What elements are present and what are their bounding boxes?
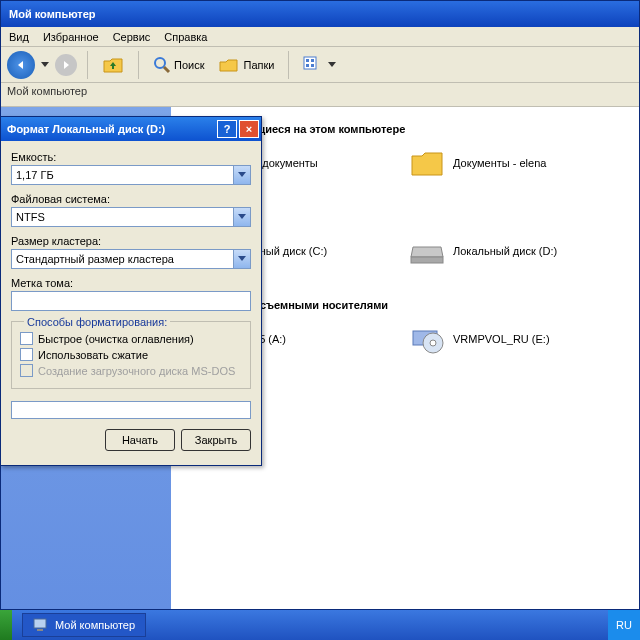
search-label: Поиск (174, 59, 204, 71)
cluster-combo[interactable]: Стандартный размер кластера (11, 249, 251, 269)
address-text: Мой компьютер (7, 85, 87, 97)
svg-point-0 (155, 58, 165, 68)
folders-icon (218, 54, 240, 76)
msdos-row: Создание загрузочного диска MS-DOS (20, 364, 242, 377)
nav-back-button[interactable] (7, 51, 35, 79)
dialog-close-button[interactable]: × (239, 120, 259, 138)
svg-rect-3 (306, 59, 309, 62)
menubar: Вид Избранное Сервис Справка (1, 27, 639, 47)
menu-tools[interactable]: Сервис (113, 31, 151, 43)
combo-dropdown-button[interactable] (233, 166, 250, 184)
item-user-docs[interactable]: Документы - elena (409, 145, 599, 181)
chevron-down-icon[interactable] (41, 62, 49, 68)
toolbar: Поиск Папки (1, 47, 639, 83)
item-cdrom[interactable]: VRMPVOL_RU (E:) (409, 321, 599, 357)
explorer-titlebar: Мой компьютер (1, 1, 639, 27)
folders-button[interactable]: Папки (214, 52, 278, 78)
arrow-left-icon (14, 58, 28, 72)
taskbar-item-label: Мой компьютер (55, 619, 135, 631)
nav-forward-button[interactable] (55, 54, 77, 76)
quick-format-row[interactable]: Быстрое (очистка оглавления) (20, 332, 242, 345)
drive-icon (409, 233, 445, 269)
dialog-titlebar[interactable]: Формат Локальный диск (D:) ? × (1, 117, 261, 141)
capacity-combo[interactable]: 1,17 ГБ (11, 165, 251, 185)
svg-point-14 (430, 340, 436, 346)
format-options-legend: Способы форматирования: (24, 316, 170, 328)
folder-icon (409, 145, 445, 181)
svg-rect-4 (306, 64, 309, 67)
computer-icon (33, 617, 49, 633)
format-dialog: Формат Локальный диск (D:) ? × Емкость: … (0, 116, 262, 466)
svg-rect-2 (304, 57, 316, 69)
dialog-help-button[interactable]: ? (217, 120, 237, 138)
start-button-edge[interactable] (0, 610, 12, 640)
quick-format-label: Быстрое (очистка оглавления) (38, 333, 194, 345)
item-label: Локальный диск (D:) (453, 245, 557, 257)
separator (138, 51, 139, 79)
taskbar: Мой компьютер RU (0, 610, 640, 640)
folder-up-icon (102, 54, 124, 76)
search-button[interactable]: Поиск (149, 54, 208, 76)
combo-dropdown-button[interactable] (233, 208, 250, 226)
cluster-value: Стандартный размер кластера (12, 253, 233, 265)
volume-label: Метка тома: (11, 277, 251, 289)
separator (87, 51, 88, 79)
views-icon (303, 56, 325, 74)
explorer-title-text: Мой компьютер (9, 8, 96, 20)
arrow-right-icon (61, 60, 71, 70)
svg-rect-15 (34, 619, 46, 628)
chevron-down-icon (238, 172, 246, 178)
search-icon (153, 56, 171, 74)
format-options-fieldset: Способы форматирования: Быстрое (очистка… (11, 321, 251, 389)
dialog-body: Емкость: 1,17 ГБ Файловая система: NTFS … (1, 141, 261, 465)
cdrom-icon (409, 321, 445, 357)
language-indicator[interactable]: RU (616, 619, 632, 631)
close-button[interactable]: Закрыть (181, 429, 251, 451)
msdos-checkbox (20, 364, 33, 377)
menu-favorites[interactable]: Избранное (43, 31, 99, 43)
svg-line-1 (164, 67, 169, 72)
filesystem-combo[interactable]: NTFS (11, 207, 251, 227)
close-icon: × (246, 123, 252, 135)
chevron-down-icon (238, 214, 246, 220)
separator (288, 51, 289, 79)
combo-dropdown-button[interactable] (233, 250, 250, 268)
dialog-buttons: Начать Закрыть (11, 429, 251, 461)
compression-label: Использовать сжатие (38, 349, 148, 361)
taskbar-item[interactable]: Мой компьютер (22, 613, 146, 637)
progress-bar (11, 401, 251, 419)
quick-format-checkbox[interactable] (20, 332, 33, 345)
chevron-down-icon (238, 256, 246, 262)
menu-help[interactable]: Справка (164, 31, 207, 43)
system-tray[interactable]: RU (608, 610, 640, 640)
svg-rect-16 (37, 629, 43, 631)
filesystem-value: NTFS (12, 211, 233, 223)
compression-checkbox[interactable] (20, 348, 33, 361)
item-label: Документы - elena (453, 157, 546, 169)
compression-row[interactable]: Использовать сжатие (20, 348, 242, 361)
capacity-value: 1,17 ГБ (12, 169, 233, 181)
chevron-down-icon (328, 62, 336, 68)
start-button[interactable]: Начать (105, 429, 175, 451)
folders-label: Папки (243, 59, 274, 71)
menu-view[interactable]: Вид (9, 31, 29, 43)
views-button[interactable] (299, 54, 340, 76)
question-icon: ? (224, 123, 231, 135)
item-label: VRMPVOL_RU (E:) (453, 333, 550, 345)
dialog-title-text: Формат Локальный диск (D:) (7, 123, 215, 135)
svg-rect-8 (411, 257, 443, 263)
cluster-label: Размер кластера: (11, 235, 251, 247)
msdos-label: Создание загрузочного диска MS-DOS (38, 365, 235, 377)
volume-input[interactable] (11, 291, 251, 311)
svg-rect-6 (311, 64, 314, 67)
folder-up-button[interactable] (98, 52, 128, 78)
capacity-label: Емкость: (11, 151, 251, 163)
address-bar: Мой компьютер (1, 83, 639, 107)
svg-rect-5 (311, 59, 314, 62)
filesystem-label: Файловая система: (11, 193, 251, 205)
item-drive-d[interactable]: Локальный диск (D:) (409, 233, 599, 269)
